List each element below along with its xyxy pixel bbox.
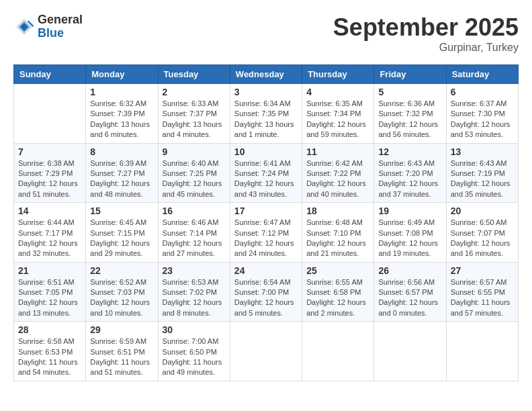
day-info: Sunrise: 6:43 AM Sunset: 7:19 PM Dayligh… [451,158,514,200]
calendar-cell: 19Sunrise: 6:49 AM Sunset: 7:08 PM Dayli… [374,203,446,263]
day-number: 8 [90,146,153,157]
day-number: 28 [18,324,81,335]
day-info: Sunrise: 6:38 AM Sunset: 7:29 PM Dayligh… [18,158,81,200]
calendar-cell: 17Sunrise: 6:47 AM Sunset: 7:12 PM Dayli… [230,203,302,263]
calendar-cell: 20Sunrise: 6:50 AM Sunset: 7:07 PM Dayli… [446,203,518,263]
calendar-cell: 11Sunrise: 6:42 AM Sunset: 7:22 PM Dayli… [302,143,374,203]
title-block: September 2025 Gurpinar, Turkey [333,13,519,54]
day-info: Sunrise: 6:53 AM Sunset: 7:02 PM Dayligh… [163,277,226,319]
day-number: 26 [378,265,441,276]
day-number: 15 [90,205,153,216]
calendar-cell: 24Sunrise: 6:54 AM Sunset: 7:00 PM Dayli… [230,262,302,322]
day-number: 19 [378,205,441,216]
logo: General Blue [13,13,83,40]
calendar-cell: 21Sunrise: 6:51 AM Sunset: 7:05 PM Dayli… [14,262,86,322]
day-number: 6 [451,87,514,97]
day-info: Sunrise: 6:46 AM Sunset: 7:14 PM Dayligh… [163,218,226,259]
weekday-header-sunday: Sunday [14,65,86,84]
calendar-cell: 9Sunrise: 6:40 AM Sunset: 7:25 PM Daylig… [158,143,230,203]
week-row-2: 7Sunrise: 6:38 AM Sunset: 7:29 PM Daylig… [14,143,519,203]
weekday-header-thursday: Thursday [302,65,374,84]
day-number: 16 [163,205,226,216]
day-info: Sunrise: 6:55 AM Sunset: 6:58 PM Dayligh… [306,277,369,319]
day-info: Sunrise: 6:45 AM Sunset: 7:15 PM Dayligh… [90,218,153,259]
day-number: 9 [163,146,226,157]
calendar-cell: 27Sunrise: 6:57 AM Sunset: 6:55 PM Dayli… [446,262,518,322]
week-row-1: 1Sunrise: 6:32 AM Sunset: 7:39 PM Daylig… [14,84,519,144]
week-row-3: 14Sunrise: 6:44 AM Sunset: 7:17 PM Dayli… [14,203,519,263]
day-number: 21 [18,265,81,276]
day-number: 29 [90,324,153,335]
day-info: Sunrise: 6:47 AM Sunset: 7:12 PM Dayligh… [234,218,298,259]
calendar-cell: 29Sunrise: 6:59 AM Sunset: 6:51 PM Dayli… [86,322,158,381]
calendar-table: SundayMondayTuesdayWednesdayThursdayFrid… [13,64,519,381]
calendar-cell: 8Sunrise: 6:39 AM Sunset: 7:27 PM Daylig… [86,143,158,203]
calendar-cell: 18Sunrise: 6:48 AM Sunset: 7:10 PM Dayli… [302,203,374,263]
weekday-header-monday: Monday [86,65,158,84]
calendar-cell [230,322,302,381]
day-info: Sunrise: 6:51 AM Sunset: 7:05 PM Dayligh… [18,277,81,319]
day-number: 14 [18,205,81,216]
day-number: 12 [378,146,441,157]
logo-blue-text: Blue [38,27,83,40]
calendar-cell: 30Sunrise: 7:00 AM Sunset: 6:50 PM Dayli… [158,322,230,381]
weekday-header-saturday: Saturday [446,65,518,84]
day-info: Sunrise: 7:00 AM Sunset: 6:50 PM Dayligh… [163,336,226,378]
day-info: Sunrise: 6:36 AM Sunset: 7:32 PM Dayligh… [378,99,441,140]
day-number: 27 [451,265,514,276]
day-number: 24 [234,265,298,276]
day-number: 3 [234,87,298,97]
day-info: Sunrise: 6:44 AM Sunset: 7:17 PM Dayligh… [18,218,81,259]
day-info: Sunrise: 6:35 AM Sunset: 7:34 PM Dayligh… [306,99,369,140]
day-info: Sunrise: 6:37 AM Sunset: 7:30 PM Dayligh… [451,99,514,140]
day-info: Sunrise: 6:34 AM Sunset: 7:35 PM Dayligh… [234,99,298,140]
day-number: 17 [234,205,298,216]
day-number: 1 [90,87,153,97]
calendar-cell [14,84,86,144]
day-number: 22 [90,265,153,276]
calendar-cell [446,322,518,381]
calendar-cell: 7Sunrise: 6:38 AM Sunset: 7:29 PM Daylig… [14,143,86,203]
month-title: September 2025 [333,13,519,42]
calendar-cell: 26Sunrise: 6:56 AM Sunset: 6:57 PM Dayli… [374,262,446,322]
week-row-5: 28Sunrise: 6:58 AM Sunset: 6:53 PM Dayli… [14,322,519,381]
day-number: 20 [451,205,514,216]
day-number: 7 [18,146,81,157]
calendar-cell: 3Sunrise: 6:34 AM Sunset: 7:35 PM Daylig… [230,84,302,144]
day-info: Sunrise: 6:59 AM Sunset: 6:51 PM Dayligh… [90,336,153,378]
weekday-header-row: SundayMondayTuesdayWednesdayThursdayFrid… [14,65,519,84]
day-number: 2 [163,87,226,97]
day-info: Sunrise: 6:39 AM Sunset: 7:27 PM Dayligh… [90,158,153,200]
calendar-cell: 1Sunrise: 6:32 AM Sunset: 7:39 PM Daylig… [86,84,158,144]
weekday-header-tuesday: Tuesday [158,65,230,84]
day-info: Sunrise: 6:49 AM Sunset: 7:08 PM Dayligh… [378,218,441,259]
calendar-cell [302,322,374,381]
day-info: Sunrise: 6:52 AM Sunset: 7:03 PM Dayligh… [90,277,153,319]
day-info: Sunrise: 6:33 AM Sunset: 7:37 PM Dayligh… [163,99,226,140]
day-number: 13 [451,146,514,157]
calendar-cell [374,322,446,381]
day-info: Sunrise: 6:57 AM Sunset: 6:55 PM Dayligh… [451,277,514,319]
calendar-cell: 12Sunrise: 6:43 AM Sunset: 7:20 PM Dayli… [374,143,446,203]
day-info: Sunrise: 6:54 AM Sunset: 7:00 PM Dayligh… [234,277,298,319]
logo-general-text: General [38,13,83,27]
location-text: Gurpinar, Turkey [333,42,519,54]
page-header: General Blue September 2025 Gurpinar, Tu… [13,13,519,54]
weekday-header-wednesday: Wednesday [230,65,302,84]
day-info: Sunrise: 6:48 AM Sunset: 7:10 PM Dayligh… [306,218,369,259]
day-info: Sunrise: 6:56 AM Sunset: 6:57 PM Dayligh… [378,277,441,319]
calendar-cell: 5Sunrise: 6:36 AM Sunset: 7:32 PM Daylig… [374,84,446,144]
calendar-cell: 10Sunrise: 6:41 AM Sunset: 7:24 PM Dayli… [230,143,302,203]
day-info: Sunrise: 6:41 AM Sunset: 7:24 PM Dayligh… [234,158,298,200]
day-number: 4 [306,87,369,97]
calendar-cell: 6Sunrise: 6:37 AM Sunset: 7:30 PM Daylig… [446,84,518,144]
calendar-cell: 14Sunrise: 6:44 AM Sunset: 7:17 PM Dayli… [14,203,86,263]
calendar-cell: 16Sunrise: 6:46 AM Sunset: 7:14 PM Dayli… [158,203,230,263]
logo-text: General Blue [38,13,83,40]
day-number: 23 [163,265,226,276]
day-info: Sunrise: 6:32 AM Sunset: 7:39 PM Dayligh… [90,99,153,140]
logo-icon [13,16,35,38]
calendar-cell: 15Sunrise: 6:45 AM Sunset: 7:15 PM Dayli… [86,203,158,263]
day-info: Sunrise: 6:40 AM Sunset: 7:25 PM Dayligh… [163,158,226,200]
day-number: 18 [306,205,369,216]
